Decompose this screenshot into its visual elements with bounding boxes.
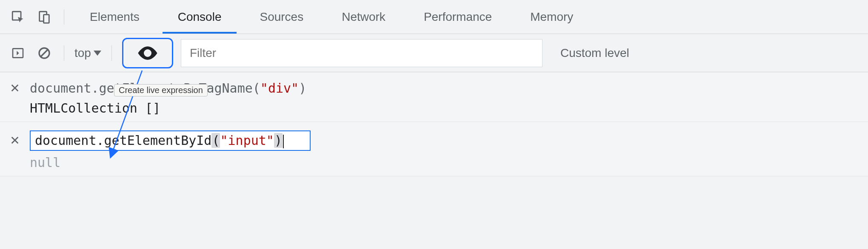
console-toolbar: top Create live expression Custom level [0,34,868,72]
tab-network[interactable]: Network [326,0,401,34]
divider [111,45,112,61]
clear-console-icon[interactable] [35,44,54,62]
device-toggle-icon[interactable] [35,8,54,26]
live-expression-2: document.getElementById("input") null [0,122,868,176]
expression-input[interactable]: document.getElementById("input") [30,130,311,151]
expression-result: null [30,155,859,170]
tab-console[interactable]: Console [163,0,237,34]
text-caret [283,135,284,148]
divider [64,9,64,25]
tab-performance[interactable]: Performance [408,0,507,34]
live-expression-1: document.getElementsByTagName("div") HTM… [0,72,868,122]
tab-elements[interactable]: Elements [74,0,155,34]
svg-line-5 [41,50,48,57]
context-selector[interactable]: top [74,46,101,60]
live-expression-button[interactable]: Create live expression [122,38,173,68]
tooltip: Create live expression [114,84,208,96]
filter-input[interactable] [181,39,542,67]
remove-expression-icon[interactable] [9,81,21,96]
context-label: top [74,46,91,60]
log-levels-dropdown[interactable]: Custom level [560,46,629,60]
expression-result: HTMLCollection [] [30,101,859,116]
divider [64,45,64,61]
tab-memory[interactable]: Memory [515,0,588,34]
chevron-down-icon [94,51,101,56]
remove-expression-icon[interactable] [9,133,21,148]
inspect-element-icon[interactable] [9,8,27,26]
svg-rect-2 [44,14,49,23]
devtools-tabs: Elements Console Sources Network Perform… [0,0,868,34]
tab-sources[interactable]: Sources [244,0,319,34]
sidebar-toggle-icon[interactable] [9,44,27,62]
